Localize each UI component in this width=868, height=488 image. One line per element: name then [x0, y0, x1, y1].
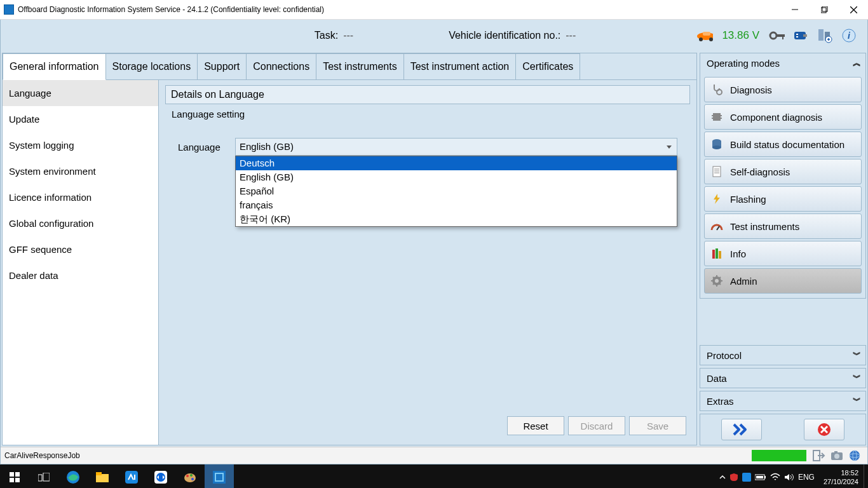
mode-diagnosis[interactable]: Diagnosis [704, 77, 862, 102]
taskbar-odis[interactable] [205, 464, 234, 488]
mode-build-status-documentation[interactable]: Build status documentation [704, 132, 862, 157]
forward-button[interactable] [721, 419, 762, 440]
system-tray[interactable]: ENG [715, 473, 818, 482]
mode-self-diagnosis[interactable]: Self-diagnosis [704, 159, 862, 184]
language-option-deutsch[interactable]: Deutsch [236, 156, 677, 170]
svg-point-29 [712, 146, 721, 149]
protocol-header[interactable]: Protocol ︾ [700, 346, 865, 365]
operating-modes-header[interactable]: Operating modes ︽ [700, 53, 865, 72]
tab-test-instruments[interactable]: Test instruments [316, 53, 403, 80]
tab-general-information[interactable]: General information [3, 53, 106, 80]
taskbar-clock[interactable]: 18:52 27/10/2024 [818, 468, 864, 486]
button-label: Reset [523, 421, 548, 431]
mode-label: Flashing [730, 194, 766, 205]
clock-date: 27/10/2024 [824, 477, 858, 486]
mode-label: Admin [730, 276, 757, 287]
language-select-value[interactable]: English (GB) [235, 138, 677, 156]
taskbar-app-blue[interactable] [117, 464, 146, 488]
show-desktop-button[interactable] [864, 464, 868, 488]
tray-language[interactable]: ENG [798, 473, 815, 482]
tray-volume-icon[interactable] [784, 473, 794, 482]
tab-connections[interactable]: Connections [246, 53, 316, 80]
subnav-dealer-data[interactable]: Dealer data [3, 262, 158, 288]
svg-rect-30 [713, 166, 721, 177]
mode-admin[interactable]: Admin [704, 268, 862, 294]
globe-icon[interactable] [848, 449, 862, 462]
subnav-update[interactable]: Update [3, 106, 158, 132]
status-job: CarAliveResponseJob [4, 451, 80, 460]
mode-test-instruments[interactable]: Test instruments [704, 214, 862, 239]
subnav-gff-sequence[interactable]: GFF sequence [3, 236, 158, 262]
language-option-korean[interactable]: 한국어 (KR) [236, 212, 677, 226]
tray-battery-icon[interactable] [755, 473, 766, 481]
server-icon[interactable] [817, 27, 833, 44]
extras-header[interactable]: Extras ︾ [700, 391, 865, 410]
mode-info[interactable]: Info [704, 241, 862, 266]
language-option-francais[interactable]: français [236, 198, 677, 212]
discard-button[interactable]: Discard [568, 416, 625, 435]
exit-icon[interactable] [812, 449, 826, 462]
taskbar-explorer[interactable] [88, 464, 117, 488]
tab-label: Support [204, 61, 240, 72]
svg-rect-50 [10, 472, 14, 477]
subnav-label: System environment [9, 166, 96, 177]
language-option-english-gb[interactable]: English (GB) [236, 170, 677, 184]
key-icon[interactable] [768, 27, 785, 44]
data-header[interactable]: Data ︾ [700, 369, 865, 388]
gauge-icon [710, 219, 724, 233]
svg-rect-52 [10, 478, 14, 482]
tray-chevron-up-icon[interactable] [719, 474, 726, 480]
clock-time: 18:52 [824, 468, 858, 477]
tray-wifi-icon[interactable] [770, 473, 780, 482]
subnav-licence-information[interactable]: Licence information [3, 184, 158, 210]
windows-taskbar[interactable]: ENG 18:52 27/10/2024 [0, 464, 868, 488]
taskbar-paint[interactable] [175, 464, 205, 488]
task-view-button[interactable] [29, 464, 58, 488]
svg-point-62 [184, 473, 196, 482]
subnav-global-configuration[interactable]: Global configuration [3, 210, 158, 236]
svg-rect-71 [756, 476, 763, 478]
tab-support[interactable]: Support [197, 53, 247, 80]
stethoscope-icon [710, 83, 724, 97]
svg-rect-35 [712, 250, 715, 259]
window-close-button[interactable] [839, 0, 868, 19]
window-maximize-button[interactable] [810, 0, 839, 19]
camera-icon[interactable] [830, 449, 844, 462]
database-icon [710, 137, 724, 151]
lightning-icon [710, 192, 724, 206]
language-dropdown: Deutsch English (GB) Español français 한국… [235, 156, 677, 227]
tab-test-instrument-action[interactable]: Test instrument action [403, 53, 517, 80]
tray-security-icon[interactable] [729, 473, 738, 482]
tab-storage-locations[interactable]: Storage locations [105, 53, 198, 80]
extras-title: Extras [707, 396, 734, 407]
subnav-system-logging[interactable]: System logging [3, 132, 158, 158]
details-subtitle: Language setting [165, 104, 690, 124]
tab-label: Storage locations [112, 61, 191, 72]
language-select[interactable]: English (GB) Deutsch English (GB) Españo… [235, 138, 677, 156]
svg-rect-53 [15, 478, 20, 482]
tab-certificates[interactable]: Certificates [515, 53, 580, 80]
taskbar-teamviewer[interactable] [146, 464, 175, 488]
reset-button[interactable]: Reset [507, 416, 564, 435]
tray-app-icon[interactable] [742, 473, 751, 482]
button-label: Discard [581, 421, 613, 431]
cancel-button[interactable] [804, 419, 844, 440]
subnav-language[interactable]: Language [3, 80, 158, 106]
subnav-system-environment[interactable]: System environment [3, 158, 158, 184]
usb-icon[interactable] [792, 27, 809, 44]
mode-label: Self-diagnosis [730, 166, 790, 177]
svg-point-65 [191, 478, 194, 480]
language-option-espanol[interactable]: Español [236, 184, 677, 198]
window-minimize-button[interactable] [780, 0, 810, 19]
start-button[interactable] [0, 464, 29, 488]
mode-component-diagnosis[interactable]: Component diagnosis [704, 104, 862, 130]
main-tabs: General information Storage locations Su… [3, 53, 696, 80]
mode-flashing[interactable]: Flashing [704, 186, 862, 212]
save-button[interactable]: Save [629, 416, 686, 435]
option-label: français [240, 200, 273, 210]
info-icon[interactable]: i [841, 27, 857, 44]
tab-label: Test instrument action [410, 61, 510, 72]
svg-rect-37 [719, 251, 721, 259]
svg-point-64 [190, 474, 193, 477]
taskbar-edge[interactable] [58, 464, 88, 488]
